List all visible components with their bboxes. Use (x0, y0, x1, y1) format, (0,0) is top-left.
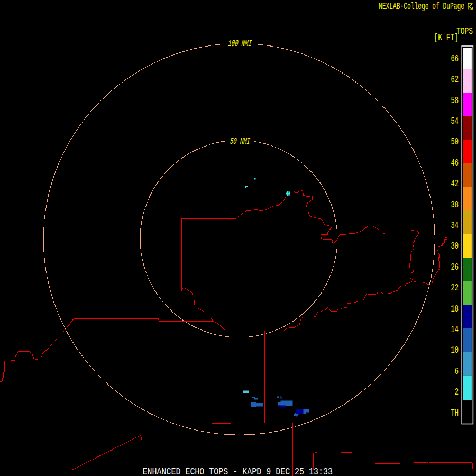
svg-text:38: 38 (451, 199, 459, 210)
svg-text:42: 42 (451, 178, 459, 189)
svg-text:TOPS: TOPS (456, 26, 473, 37)
svg-text:100 NMI: 100 NMI (227, 39, 252, 49)
svg-text:TH: TH (451, 407, 459, 418)
svg-text:34: 34 (451, 220, 459, 231)
svg-text:62: 62 (451, 74, 459, 85)
svg-text:14: 14 (451, 324, 459, 335)
svg-text:22: 22 (451, 282, 459, 294)
svg-text:30: 30 (451, 241, 459, 252)
svg-text:66: 66 (451, 53, 459, 64)
svg-text:2: 2 (455, 387, 459, 398)
svg-text:50 NMI: 50 NMI (229, 136, 251, 147)
svg-text:58: 58 (451, 95, 459, 106)
svg-text:54: 54 (451, 116, 459, 127)
svg-text:6: 6 (455, 365, 459, 377)
svg-text:26: 26 (451, 261, 459, 272)
svg-text:[K FT]: [K FT] (434, 32, 459, 43)
svg-text:50: 50 (451, 136, 459, 148)
svg-text:10: 10 (451, 345, 459, 356)
svg-text:NEXLAB-College of DuPage: NEXLAB-College of DuPage (379, 1, 464, 12)
svg-text:18: 18 (451, 303, 459, 314)
svg-text:ENHANCED ECHO TOPS - KAPD 9 DE: ENHANCED ECHO TOPS - KAPD 9 DEC 25 13:33 (143, 466, 333, 476)
svg-text:46: 46 (451, 157, 459, 168)
